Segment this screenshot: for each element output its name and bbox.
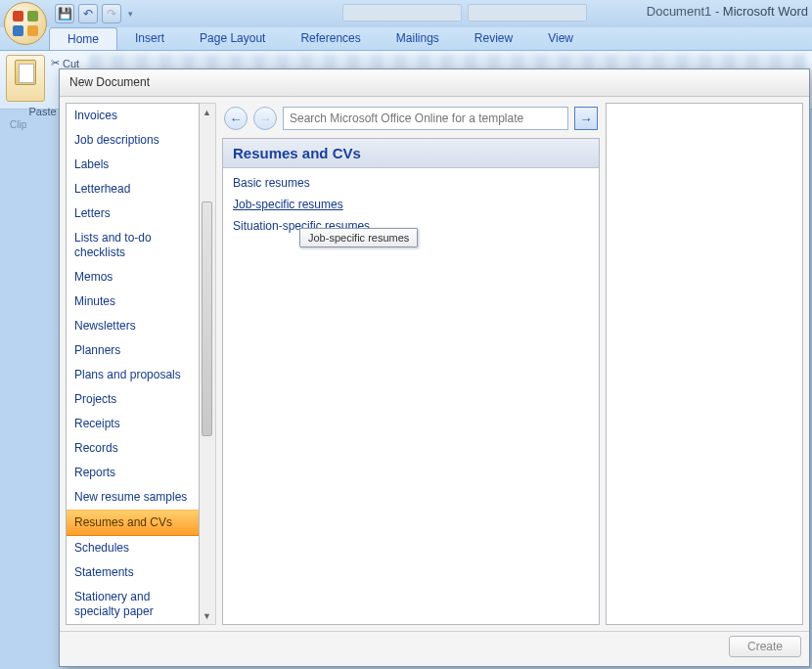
template-link-basic-resumes[interactable]: Basic resumes xyxy=(233,176,589,190)
category-invoices[interactable]: Invoices xyxy=(67,104,199,128)
category-labels[interactable]: Labels xyxy=(67,153,199,177)
chevron-down-icon: ▾ xyxy=(128,9,133,19)
arrow-right-icon: → xyxy=(580,112,593,126)
category-memos[interactable]: Memos xyxy=(67,265,199,290)
category-reports[interactable]: Reports xyxy=(67,461,199,485)
new-document-dialog: New Document Invoices Job descriptions L… xyxy=(59,68,810,667)
redo-button[interactable]: ↷ xyxy=(102,4,121,23)
ribbon-tab-references[interactable]: References xyxy=(283,27,378,50)
category-scrollbar[interactable]: ▲ ▼ xyxy=(200,103,216,625)
undo-button[interactable]: ↶ xyxy=(78,4,98,23)
category-statements[interactable]: Statements xyxy=(67,560,199,585)
category-plans-proposals[interactable]: Plans and proposals xyxy=(67,363,199,387)
redo-icon: ↷ xyxy=(107,7,116,21)
category-newsletters[interactable]: Newsletters xyxy=(67,314,199,338)
category-job-descriptions[interactable]: Job descriptions xyxy=(67,128,199,153)
window-title-bar: 💾 ↶ ↷ ▾ Document1 - Microsoft Word xyxy=(0,0,812,27)
tooltip: Job-specific resumes xyxy=(299,228,418,247)
template-browser: ← → → Resumes and CVs Basic resumes Job-… xyxy=(222,103,600,625)
category-new-resume-samples[interactable]: New resume samples xyxy=(67,485,199,510)
ribbon-tab-page-layout[interactable]: Page Layout xyxy=(182,27,283,50)
category-panel: Invoices Job descriptions Labels Letterh… xyxy=(66,103,216,625)
undo-icon: ↶ xyxy=(83,7,93,21)
category-lists-todos[interactable]: Lists and to-do checklists xyxy=(67,226,199,265)
ribbon-tab-home[interactable]: Home xyxy=(49,27,117,50)
ribbon-tab-insert[interactable]: Insert xyxy=(117,27,182,50)
arrow-left-icon: ← xyxy=(230,112,243,126)
category-minutes[interactable]: Minutes xyxy=(67,290,199,314)
preview-panel xyxy=(606,103,803,625)
category-time-sheets[interactable]: Time sheets xyxy=(67,624,199,625)
cut-label: Cut xyxy=(63,58,79,69)
ribbon-tab-view[interactable]: View xyxy=(530,27,591,50)
category-list[interactable]: Invoices Job descriptions Labels Letterh… xyxy=(66,103,200,625)
category-resumes-cvs[interactable]: Resumes and CVs xyxy=(67,510,199,536)
create-button[interactable]: Create xyxy=(729,636,801,657)
save-button[interactable]: 💾 xyxy=(55,4,74,23)
category-receipts[interactable]: Receipts xyxy=(67,412,199,436)
scroll-up-icon[interactable]: ▲ xyxy=(200,105,214,119)
search-go-button[interactable]: → xyxy=(574,107,598,130)
content-heading: Resumes and CVs xyxy=(223,139,599,168)
category-records[interactable]: Records xyxy=(67,436,199,461)
category-planners[interactable]: Planners xyxy=(67,338,199,363)
qat-customize-dropdown[interactable]: ▾ xyxy=(125,5,135,22)
office-logo-icon xyxy=(13,11,38,36)
nav-back-button[interactable]: ← xyxy=(224,107,248,130)
category-letterhead[interactable]: Letterhead xyxy=(67,177,199,201)
nav-forward-button[interactable]: → xyxy=(253,107,277,130)
ribbon-tabs: Home Insert Page Layout References Maili… xyxy=(0,27,812,51)
quick-access-toolbar: 💾 ↶ ↷ ▾ xyxy=(55,4,135,23)
paste-label: Paste xyxy=(28,106,56,117)
category-letters[interactable]: Letters xyxy=(67,201,199,226)
background-tabs xyxy=(342,4,587,22)
template-link-job-specific-resumes[interactable]: Job-specific resumes xyxy=(233,198,589,211)
template-search-input[interactable] xyxy=(283,107,568,130)
arrow-right-icon: → xyxy=(259,112,272,126)
ribbon-tab-mailings[interactable]: Mailings xyxy=(379,27,457,50)
scroll-thumb[interactable] xyxy=(202,201,212,436)
ribbon-tab-review[interactable]: Review xyxy=(457,27,530,50)
clipboard-group-label: Clip xyxy=(10,119,26,130)
category-schedules[interactable]: Schedules xyxy=(67,536,199,560)
app-name: Microsoft Word xyxy=(723,4,808,19)
scroll-down-icon[interactable]: ▼ xyxy=(200,608,214,623)
document-name: Document1 xyxy=(647,4,711,19)
template-content: Resumes and CVs Basic resumes Job-specif… xyxy=(222,138,600,625)
paste-button[interactable] xyxy=(6,55,45,102)
dialog-title: New Document xyxy=(60,69,809,97)
category-projects[interactable]: Projects xyxy=(67,387,199,412)
paste-icon xyxy=(15,60,36,85)
office-button[interactable] xyxy=(4,2,47,45)
save-icon: 💾 xyxy=(58,7,72,21)
dialog-footer: Create xyxy=(60,631,809,660)
category-stationery[interactable]: Stationery and specialty paper xyxy=(67,585,199,624)
window-title: Document1 - Microsoft Word xyxy=(647,4,808,19)
